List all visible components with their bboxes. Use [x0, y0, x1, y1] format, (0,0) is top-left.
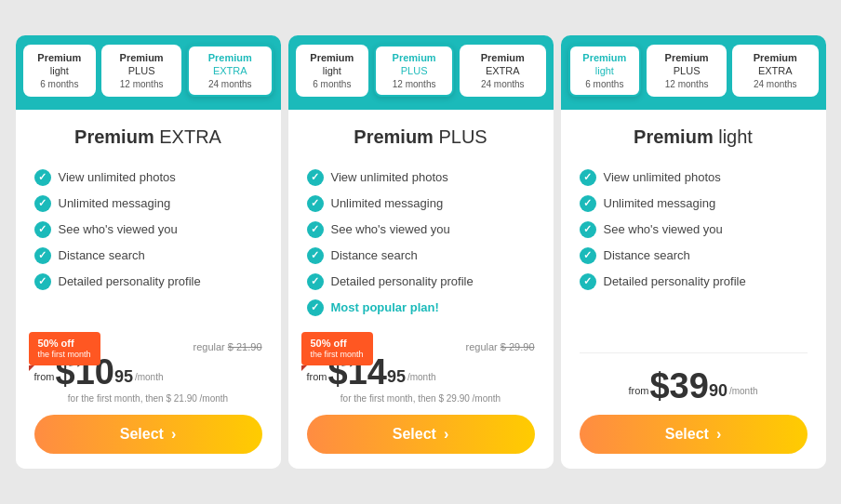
check-icon — [580, 221, 596, 238]
check-icon — [307, 273, 324, 290]
tab-name: Premium EXTRA — [741, 52, 808, 76]
feature-text: Detailed personality profile — [331, 274, 474, 288]
check-icon — [307, 299, 324, 316]
feature-item: Distance search — [34, 243, 262, 269]
feature-text: Unlimited messaging — [59, 196, 171, 210]
price-decimal: 90 — [709, 378, 728, 404]
feature-item: Unlimited messaging — [307, 191, 535, 217]
check-icon — [34, 247, 51, 264]
select-label: Select — [393, 426, 436, 443]
from-label: from — [34, 371, 55, 382]
pricing-section: from $39 90 /month — [580, 345, 808, 415]
tab-duration: 24 months — [196, 79, 263, 89]
tab-plus-2[interactable]: Premium EXTRA 24 months — [460, 45, 545, 96]
feature-item: Detailed personality profile — [580, 269, 808, 295]
card-light: Premium light 6 months Premium PLUS 12 m… — [561, 35, 826, 468]
feature-text: Unlimited messaging — [331, 196, 444, 210]
feature-item: View unlimited photos — [307, 165, 535, 191]
features-list: View unlimited photosUnlimited messaging… — [580, 165, 808, 325]
feature-text: View unlimited photos — [59, 170, 176, 184]
discount-sub: the first month — [311, 350, 364, 360]
feature-item: Distance search — [307, 243, 535, 269]
check-icon — [34, 273, 51, 290]
select-button-light[interactable]: Select› — [580, 415, 808, 454]
regular-price-value: $ 29.90 — [501, 341, 535, 352]
select-button-plus[interactable]: Select› — [307, 415, 535, 454]
plan-title: Premium light — [580, 126, 808, 148]
discount-sub: the first month — [38, 350, 91, 360]
check-icon — [307, 195, 324, 212]
pricing-section: 50% offthe first monthregular $ 29.90 fr… — [307, 341, 535, 415]
card-header-light: Premium light 6 months Premium PLUS 12 m… — [561, 35, 826, 109]
first-month-note: for the first month, then $ 21.90 /month — [34, 393, 262, 404]
main-price: from $39 90 /month — [580, 368, 808, 404]
feature-text: Detailed personality profile — [604, 274, 746, 288]
tab-light-1[interactable]: Premium PLUS 12 months — [647, 45, 727, 96]
check-icon — [307, 169, 324, 186]
feature-text: Distance search — [59, 248, 145, 262]
feature-item: See who's viewed you — [580, 217, 808, 243]
features-list: View unlimited photosUnlimited messaging… — [307, 165, 535, 321]
feature-text: Detailed personality profile — [59, 274, 201, 288]
card-header-extra: Premium light 6 months Premium PLUS 12 m… — [16, 35, 281, 109]
tab-light-0[interactable]: Premium light 6 months — [568, 45, 642, 96]
tab-extra-1[interactable]: Premium PLUS 12 months — [101, 45, 181, 96]
feature-item: Unlimited messaging — [34, 191, 262, 217]
tab-plus-0[interactable]: Premium light 6 months — [296, 45, 369, 96]
feature-item: Detailed personality profile — [34, 269, 262, 295]
select-label: Select — [120, 426, 164, 443]
tab-light-2[interactable]: Premium EXTRA 24 months — [732, 45, 818, 96]
select-button-extra[interactable]: Select› — [34, 415, 262, 454]
discount-label: 50% off — [38, 338, 91, 350]
per-month: /month — [135, 372, 164, 382]
check-icon — [34, 221, 51, 238]
arrow-icon: › — [171, 426, 176, 443]
tab-name: Premium PLUS — [656, 52, 717, 76]
pricing-cards: Premium light 6 months Premium PLUS 12 m… — [9, 35, 832, 468]
tab-duration: 24 months — [469, 79, 536, 89]
per-month: /month — [729, 386, 758, 396]
check-icon — [580, 273, 596, 290]
select-label: Select — [665, 426, 709, 443]
check-icon — [307, 221, 324, 238]
check-icon — [580, 169, 596, 186]
tab-name: Premium EXTRA — [196, 52, 263, 76]
tab-duration: 6 months — [33, 79, 87, 89]
most-popular-text: Most popular plan! — [331, 300, 439, 314]
feature-item: See who's viewed you — [34, 217, 262, 243]
tab-extra-0[interactable]: Premium light 6 months — [23, 45, 97, 96]
tab-name: Premium light — [578, 52, 633, 76]
arrow-icon: › — [716, 426, 721, 443]
most-popular-item: Most popular plan! — [307, 295, 535, 321]
card-body-plus: Premium PLUSView unlimited photosUnlimit… — [288, 110, 554, 469]
card-body-extra: Premium EXTRAView unlimited photosUnlimi… — [16, 110, 281, 469]
tab-duration: 24 months — [741, 79, 808, 89]
discount-badge: 50% offthe first month — [301, 332, 373, 365]
tab-extra-2[interactable]: Premium EXTRA 24 months — [187, 45, 273, 96]
card-plus: Premium light 6 months Premium PLUS 12 m… — [288, 35, 554, 468]
tab-duration: 12 months — [383, 79, 445, 89]
tab-name: Premium PLUS — [111, 52, 172, 76]
feature-text: See who's viewed you — [331, 222, 450, 236]
from-label: from — [307, 371, 327, 382]
card-body-light: Premium lightView unlimited photosUnlimi… — [561, 110, 826, 469]
feature-text: Distance search — [604, 248, 690, 262]
regular-price-value: $ 21.90 — [228, 341, 262, 352]
per-month: /month — [407, 372, 436, 382]
tab-duration: 6 months — [578, 79, 633, 89]
feature-item: View unlimited photos — [580, 165, 808, 191]
arrow-icon: › — [444, 426, 448, 443]
feature-text: Distance search — [331, 248, 418, 262]
discount-label: 50% off — [311, 338, 364, 350]
feature-item: View unlimited photos — [34, 165, 262, 191]
pricing-section: 50% offthe first monthregular $ 21.90 fr… — [34, 341, 262, 415]
tab-plus-1[interactable]: Premium PLUS 12 months — [374, 45, 454, 96]
price-decimal: 95 — [387, 365, 406, 390]
feature-item: Detailed personality profile — [307, 269, 535, 295]
feature-text: View unlimited photos — [604, 170, 721, 184]
from-label: from — [628, 385, 648, 396]
feature-text: See who's viewed you — [59, 222, 178, 236]
plan-title: Premium PLUS — [307, 126, 535, 148]
feature-item: Unlimited messaging — [580, 191, 808, 217]
card-header-plus: Premium light 6 months Premium PLUS 12 m… — [288, 35, 554, 109]
